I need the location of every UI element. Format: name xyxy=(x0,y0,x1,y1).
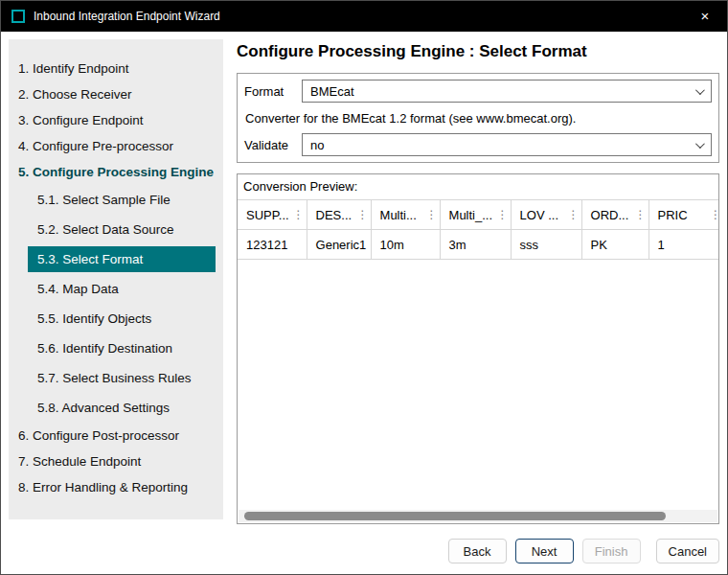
validate-label: Validate xyxy=(244,138,302,152)
conversion-preview-panel: Conversion Preview: SUPP...⋮ DES...⋮ Mul… xyxy=(237,173,719,524)
sidebar-item-advanced-settings[interactable]: 5.8. Advanced Settings xyxy=(28,393,223,423)
column-header-label: DES... xyxy=(316,208,353,222)
sidebar-item-select-sample-file[interactable]: 5.1. Select Sample File xyxy=(28,185,223,215)
close-icon: × xyxy=(701,8,710,24)
sidebar-item-configure-post-processor[interactable]: 6. Configure Post-processor xyxy=(9,423,223,448)
wizard-steps-sidebar: 1. Identify Endpoint 2. Choose Receiver … xyxy=(9,39,223,519)
finish-button[interactable]: Finish xyxy=(582,539,641,564)
format-label: Format xyxy=(244,84,302,99)
cancel-button[interactable]: Cancel xyxy=(656,539,719,564)
window-title: Inbound Integration Endpoint Wizard xyxy=(34,10,220,23)
column-header[interactable]: ORD...⋮ xyxy=(581,200,648,230)
sidebar-item-map-data[interactable]: 5.4. Map Data xyxy=(28,274,223,304)
table-row[interactable]: 123121 Generic1 10m 3m sss PK 1 xyxy=(238,230,719,260)
format-select[interactable]: BMEcat xyxy=(302,80,712,103)
scrollbar-thumb[interactable] xyxy=(244,512,666,520)
table-cell: PK xyxy=(581,230,648,260)
app-icon xyxy=(11,10,25,23)
validate-value: no xyxy=(310,138,324,152)
chevron-down-icon xyxy=(695,139,705,149)
sidebar-item-select-business-rules[interactable]: 5.7. Select Business Rules xyxy=(28,363,223,393)
sidebar-item-configure-endpoint[interactable]: 3. Configure Endpoint xyxy=(9,107,223,133)
close-button[interactable]: × xyxy=(683,1,727,32)
column-header[interactable]: Multi...⋮ xyxy=(371,200,440,230)
titlebar: Inbound Integration Endpoint Wizard × xyxy=(1,1,727,32)
sidebar-item-identify-objects[interactable]: 5.5. Identify Objects xyxy=(28,304,223,334)
sidebar-item-select-data-source[interactable]: 5.2. Select Data Source xyxy=(28,215,223,244)
wizard-window: Inbound Integration Endpoint Wizard × 1.… xyxy=(0,0,728,575)
page-title: Configure Processing Engine : Select For… xyxy=(237,42,719,61)
sidebar-item-choose-receiver[interactable]: 2. Choose Receiver xyxy=(9,81,223,107)
column-menu-icon[interactable]: ⋮ xyxy=(566,208,580,221)
sidebar-item-identify-endpoint[interactable]: 1. Identify Endpoint xyxy=(9,56,223,81)
column-header[interactable]: DES...⋮ xyxy=(307,200,371,230)
column-menu-icon[interactable]: ⋮ xyxy=(495,208,509,221)
format-panel: Format BMEcat Converter for the BMEcat 1… xyxy=(237,73,719,163)
conversion-preview-label: Conversion Preview: xyxy=(238,174,718,199)
next-button[interactable]: Next xyxy=(515,539,574,564)
column-header[interactable]: SUPP...⋮ xyxy=(238,200,307,230)
column-header-label: Multi_... xyxy=(449,208,493,222)
column-header[interactable]: PRIC⋮ xyxy=(648,200,719,230)
sidebar-item-configure-processing-engine[interactable]: 5. Configure Processing Engine xyxy=(9,159,223,185)
sidebar-item-configure-pre-processor[interactable]: 4. Configure Pre-processor xyxy=(9,133,223,159)
chevron-down-icon xyxy=(695,85,705,95)
footer-button-bar: Back Next Finish Cancel xyxy=(237,524,719,566)
validate-row: Validate no xyxy=(244,133,712,156)
table-cell: Generic1 xyxy=(307,230,371,260)
column-menu-icon[interactable]: ⋮ xyxy=(355,208,369,221)
sidebar-item-identify-destination[interactable]: 5.6. Identify Destination xyxy=(28,334,223,363)
back-button[interactable]: Back xyxy=(448,539,507,564)
column-menu-icon[interactable]: ⋮ xyxy=(291,208,305,221)
table-cell: sss xyxy=(511,230,581,260)
column-header-label: Multi... xyxy=(380,208,417,222)
horizontal-scrollbar[interactable] xyxy=(239,510,717,522)
column-header-label: PRIC xyxy=(658,208,688,222)
validate-select[interactable]: no xyxy=(302,133,712,156)
table-cell: 123121 xyxy=(238,230,307,260)
column-header[interactable]: LOV ...⋮ xyxy=(511,200,581,230)
format-value: BMEcat xyxy=(310,84,354,99)
column-header-label: ORD... xyxy=(591,208,629,222)
column-menu-icon[interactable]: ⋮ xyxy=(633,208,647,221)
format-row: Format BMEcat xyxy=(244,80,712,103)
main-content: Configure Processing Engine : Select For… xyxy=(223,39,719,566)
table-cell: 10m xyxy=(371,230,440,260)
column-menu-icon[interactable]: ⋮ xyxy=(424,208,438,221)
sidebar-item-error-handling-reporting[interactable]: 8. Error Handling & Reporting xyxy=(9,474,223,500)
preview-table: SUPP...⋮ DES...⋮ Multi...⋮ Multi_...⋮ LO… xyxy=(238,199,719,260)
column-header-label: LOV ... xyxy=(520,208,558,222)
column-header-label: SUPP... xyxy=(246,208,289,222)
window-body: 1. Identify Endpoint 2. Choose Receiver … xyxy=(1,32,727,574)
column-menu-icon[interactable]: ⋮ xyxy=(708,208,719,221)
format-description: Converter for the BMEcat 1.2 format (see… xyxy=(244,103,712,133)
table-cell: 3m xyxy=(440,230,511,260)
sidebar-item-select-format[interactable]: 5.3. Select Format xyxy=(28,246,216,272)
sidebar-item-schedule-endpoint[interactable]: 7. Schedule Endpoint xyxy=(9,448,223,474)
table-cell: 1 xyxy=(648,230,719,260)
table-header-row: SUPP...⋮ DES...⋮ Multi...⋮ Multi_...⋮ LO… xyxy=(238,200,719,230)
column-header[interactable]: Multi_...⋮ xyxy=(440,200,511,230)
